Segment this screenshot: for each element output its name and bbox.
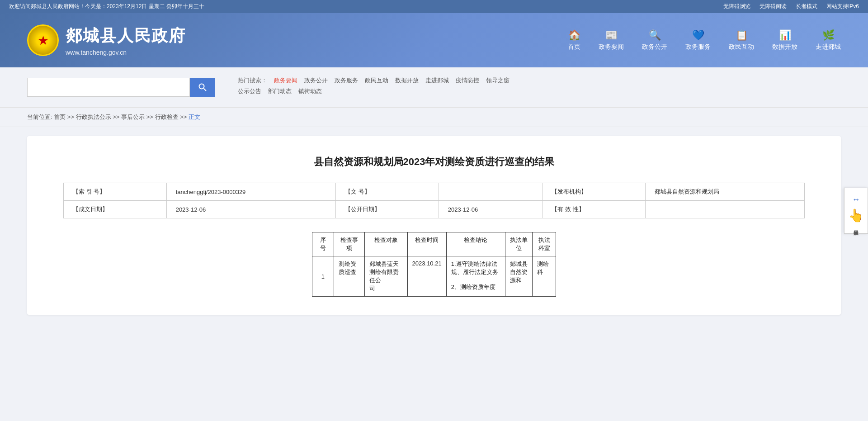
site-name: 郯城县人民政府 (66, 25, 186, 47)
nav-data[interactable]: 📊 数据开放 (772, 29, 797, 51)
welcome-text: 欢迎访问郯城县人民政府网站！今天是：2023年12月12日 星期二 癸卯年十月三… (9, 3, 204, 10)
publish-date-label: 【公开日期】 (336, 201, 439, 218)
col-header-unit: 执法单位 (505, 232, 532, 256)
validity-value (645, 201, 804, 218)
logo-emblem (27, 24, 59, 56)
publish-date-value: 2023-12-06 (439, 201, 542, 218)
breadcrumb-text: 当前位置: 首页 >> 行政执法公示 >> 事后公示 >> 行政检查 >> 正文 (27, 114, 200, 120)
search-input[interactable] (27, 78, 190, 97)
top-bar-links: 无障碍浏览 无障碍阅读 长者模式 网站支持IPv6 (723, 3, 859, 10)
hand-icon: 👆 (848, 208, 864, 223)
nav-home[interactable]: 🏠 首页 (568, 29, 580, 51)
col-header-target: 检查对象 (365, 232, 407, 256)
doc-no-label: 【文 号】 (336, 183, 439, 201)
doc-no-value (439, 183, 542, 201)
nav-news[interactable]: 📰 政务要闻 (599, 29, 624, 51)
search-icon (198, 83, 207, 92)
meta-row2: 【成文日期】 2023-12-06 【公开日期】 2023-12-06 【有 效… (64, 201, 805, 218)
col-header-time: 检查时间 (407, 232, 446, 256)
hot-link-service[interactable]: 政务服务 (335, 76, 358, 85)
hot-link-dept[interactable]: 部门动态 (268, 87, 292, 95)
article-title: 县自然资源和规划局2023年对测绘资质进行巡查的结果 (63, 154, 805, 169)
cell-conclusion-1: 1.遵守测绘法律法规、履行法定义务 2、测绘资质年度 (446, 256, 505, 297)
meta-table: 【索 引 号】 tanchenggtj/2023-0000329 【文 号】 【… (63, 183, 805, 218)
hot-search-row1: 热门搜索： 政务要闻 政务公开 政务服务 政民互动 数据开放 走进郯城 疫情防控… (238, 76, 509, 85)
validity-label: 【有 效 性】 (542, 201, 646, 218)
table-row-1: 1 测绘资质巡查 郯城县蓝天测绘有限责任公 司 2023.10.21 1.遵守测… (312, 256, 556, 297)
nav-interact-label: 政民互动 (729, 43, 754, 51)
cell-num-1: 1 (312, 256, 334, 297)
hot-link-epidemic[interactable]: 疫情防控 (456, 76, 479, 85)
nav-home-label: 首页 (568, 43, 580, 51)
created-date-value: 2023-12-06 (166, 201, 335, 218)
nav-service-label: 政务服务 (685, 43, 711, 51)
cell-check-item-1: 测绘资质巡查 (334, 256, 365, 297)
col-header-conclusion: 检查结论 (446, 232, 505, 256)
hot-link-news[interactable]: 政务要闻 (274, 76, 297, 85)
index-no-value: tanchenggtj/2023-0000329 (166, 183, 335, 201)
nav-public[interactable]: 🔍 政务公开 (642, 29, 667, 51)
nav-data-label: 数据开放 (772, 43, 797, 51)
ipv6-support[interactable]: 网站支持IPv6 (826, 3, 859, 10)
expand-arrows-icon: ↔ (852, 195, 860, 204)
breadcrumb-home[interactable]: 当前位置: 首页 (27, 114, 66, 120)
hot-label: 热门搜索： (238, 76, 267, 85)
no-barrier-browse[interactable]: 无障碍浏览 (723, 3, 750, 10)
publisher-label: 【发布机构】 (542, 183, 646, 201)
breadcrumb-law[interactable]: 行政执法公示 (76, 114, 111, 120)
search-box (27, 78, 215, 97)
logo-area: 郯城县人民政府 www.tancheng.gov.cn (27, 24, 186, 56)
hot-link-town[interactable]: 镇街动态 (298, 87, 322, 95)
cell-time-1: 2023.10.21 (407, 256, 446, 297)
header: 郯城县人民政府 www.tancheng.gov.cn 🏠 首页 📰 政务要闻 … (0, 13, 868, 67)
col-header-num: 序号 (312, 232, 334, 256)
nav-news-label: 政务要闻 (599, 43, 624, 51)
col-header-check-item: 检查事项 (334, 232, 365, 256)
nav-interact[interactable]: 📋 政民互动 (729, 29, 754, 51)
logo-text: 郯城县人民政府 www.tancheng.gov.cn (66, 25, 186, 56)
hot-link-notice[interactable]: 公示公告 (238, 87, 261, 95)
cell-dept-1: 测绘科 (533, 256, 556, 297)
content-table-wrapper: 序号 检查事项 检查对象 检查时间 检查结论 执法单位 执法科室 1 测绘资质巡… (63, 232, 805, 297)
main-content: 县自然资源和规划局2023年对测绘资质进行巡查的结果 【索 引 号】 tanch… (27, 136, 841, 315)
svg-line-1 (204, 89, 207, 91)
nav-service[interactable]: 💙 政务服务 (685, 29, 711, 51)
meta-row1: 【索 引 号】 tanchenggtj/2023-0000329 【文 号】 【… (64, 183, 805, 201)
news-icon: 📰 (605, 29, 618, 41)
elder-mode[interactable]: 长者模式 (796, 3, 817, 10)
touch-expand-button[interactable]: ↔ 👆 触碰展开 (844, 188, 868, 234)
breadcrumb-inspection[interactable]: 行政检查 (155, 114, 179, 120)
hot-link-interact[interactable]: 政民互动 (365, 76, 388, 85)
search-area: 热门搜索： 政务要闻 政务公开 政务服务 政民互动 数据开放 走进郯城 疫情防控… (0, 67, 868, 108)
cell-unit-1: 郯城县自然资源和 (505, 256, 532, 297)
created-date-label: 【成文日期】 (64, 201, 167, 218)
hot-link-leader[interactable]: 领导之窗 (486, 76, 509, 85)
nav-public-label: 政务公开 (642, 43, 667, 51)
nav-menu: 🏠 首页 📰 政务要闻 🔍 政务公开 💙 政务服务 📋 政民互动 📊 数 (568, 29, 841, 51)
explore-icon: 🌿 (822, 29, 835, 41)
service-icon: 💙 (692, 29, 704, 41)
table-header-row: 序号 检查事项 检查对象 检查时间 检查结论 执法单位 执法科室 (312, 232, 556, 256)
top-bar: 欢迎访问郯城县人民政府网站！今天是：2023年12月12日 星期二 癸卯年十月三… (0, 0, 868, 13)
content-table: 序号 检查事项 检查对象 检查时间 检查结论 执法单位 执法科室 1 测绘资质巡… (312, 232, 556, 297)
nav-explore[interactable]: 🌿 走进郯城 (816, 29, 841, 51)
svg-point-0 (199, 84, 204, 89)
nav-explore-label: 走进郯城 (816, 43, 841, 51)
site-url: www.tancheng.gov.cn (66, 49, 186, 56)
breadcrumb-current: 正文 (189, 114, 200, 120)
hot-search: 热门搜索： 政务要闻 政务公开 政务服务 政民互动 数据开放 走进郯城 疫情防控… (238, 76, 509, 98)
hot-search-row2: 公示公告 部门动态 镇街动态 (238, 87, 509, 95)
breadcrumb: 当前位置: 首页 >> 行政执法公示 >> 事后公示 >> 行政检查 >> 正文 (0, 108, 868, 127)
data-icon: 📊 (779, 29, 791, 41)
hot-link-public[interactable]: 政务公开 (304, 76, 328, 85)
header-wrapper: 郯城县人民政府 www.tancheng.gov.cn 🏠 首页 📰 政务要闻 … (0, 13, 868, 67)
hot-link-explore[interactable]: 走进郯城 (425, 76, 449, 85)
search-button[interactable] (190, 78, 215, 97)
hot-link-data[interactable]: 数据开放 (395, 76, 419, 85)
publisher-value: 郯城县自然资源和规划局 (645, 183, 804, 201)
no-barrier-read[interactable]: 无障碍阅读 (760, 3, 787, 10)
index-no-label: 【索 引 号】 (64, 183, 167, 201)
breadcrumb-post[interactable]: 事后公示 (121, 114, 145, 120)
cell-target-1: 郯城县蓝天测绘有限责任公 司 (365, 256, 407, 297)
col-header-dept: 执法科室 (533, 232, 556, 256)
